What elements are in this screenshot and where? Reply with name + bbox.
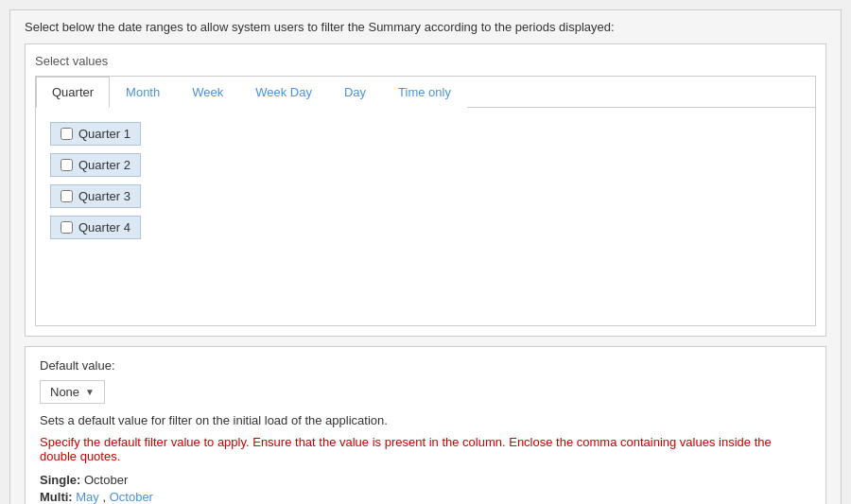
multi-comma: ,	[102, 490, 109, 504]
checkbox-label-q1: Quarter 1	[78, 127, 130, 141]
multi-value2: October	[110, 490, 153, 504]
multi-label: Multi:	[40, 490, 73, 504]
sets-default-text: Sets a default value for filter on the i…	[40, 413, 811, 427]
single-value: October	[84, 473, 128, 487]
checkbox-input-q3[interactable]	[61, 190, 73, 202]
checkbox-quarter4[interactable]: Quarter 4	[50, 216, 141, 239]
default-value-section: Default value: None ▼ Sets a default val…	[25, 346, 826, 504]
tabs-container: Quarter Month Week Week Day Day Time onl…	[35, 76, 816, 326]
dropdown-caret-icon: ▼	[85, 387, 95, 397]
checkbox-quarter2[interactable]: Quarter 2	[50, 153, 141, 177]
checkbox-label-q2: Quarter 2	[78, 158, 130, 172]
tab-timeonly[interactable]: Time only	[382, 77, 467, 108]
tab-week[interactable]: Week	[176, 77, 239, 108]
checkbox-input-q4[interactable]	[61, 221, 73, 234]
tab-quarter[interactable]: Quarter	[36, 77, 110, 108]
single-label: Single:	[40, 473, 80, 487]
checkbox-quarter3[interactable]: Quarter 3	[50, 184, 141, 208]
page-container: Select below the date ranges to allow sy…	[9, 9, 842, 504]
select-values-label: Select values	[35, 54, 816, 68]
checkbox-input-q2[interactable]	[61, 159, 73, 171]
default-value-label: Default value:	[40, 358, 811, 373]
tab-weekday[interactable]: Week Day	[239, 77, 328, 108]
tabs-header: Quarter Month Week Week Day Day Time onl…	[36, 77, 815, 108]
checkbox-input-q1[interactable]	[61, 128, 73, 140]
warning-text: Specify the default filter value to appl…	[40, 435, 811, 463]
checkbox-label-q4: Quarter 4	[78, 220, 130, 235]
single-example-row: Single: October	[40, 473, 811, 487]
tab-month[interactable]: Month	[110, 77, 176, 108]
multi-example-row: Multi: May , October	[40, 490, 811, 504]
page-description: Select below the date ranges to allow sy…	[25, 20, 826, 34]
examples-section: Single: October Multi: May , October	[40, 473, 811, 504]
checkbox-list: Quarter 1 Quarter 2 Quarter 3 Quarter 4	[50, 122, 801, 247]
multi-value1: May	[76, 490, 99, 504]
none-dropdown-button[interactable]: None ▼	[40, 380, 105, 404]
select-values-section: Select values Quarter Month Week Week Da…	[25, 43, 826, 337]
checkbox-quarter1[interactable]: Quarter 1	[50, 122, 141, 146]
tab-day[interactable]: Day	[328, 77, 382, 108]
dropdown-text: None	[50, 385, 79, 399]
checkbox-label-q3: Quarter 3	[78, 189, 130, 203]
tab-content-quarter: Quarter 1 Quarter 2 Quarter 3 Quarter 4	[36, 108, 815, 325]
